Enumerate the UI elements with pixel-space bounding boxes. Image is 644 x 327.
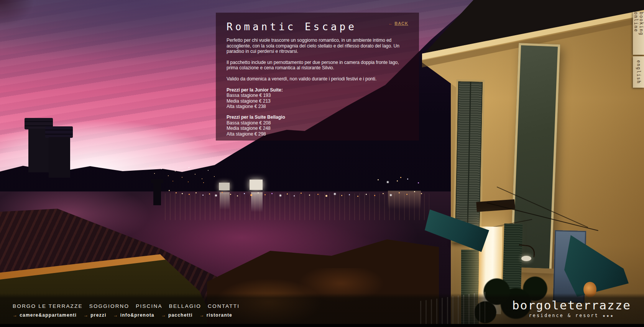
sub-navigation: →camere&appartamenti →prezzi →info&preno… — [13, 312, 232, 318]
price-row: Alta stagione € 298 — [227, 131, 408, 137]
price-row: Media stagione € 213 — [227, 98, 408, 104]
subnav-label[interactable]: ristorante — [207, 312, 232, 318]
nav-arrow-icon: → — [161, 312, 166, 318]
junior-suite-prices: Prezzi per la Junior Suite: Bassa stagio… — [227, 87, 408, 110]
subnav-label[interactable]: camere&appartamenti — [20, 312, 77, 318]
price-row: Alta stagione € 238 — [227, 104, 408, 110]
nav-arrow-icon: → — [13, 312, 18, 318]
logo-wordmark: borgoleterrazze — [512, 299, 631, 311]
reflection-streak — [220, 192, 230, 210]
page-title: Romantic Escape — [227, 21, 408, 33]
corner-shading — [0, 0, 34, 27]
lit-shore-building — [250, 180, 263, 190]
brand-logo: borgoleterrazze residence & resort ★★★ — [512, 299, 631, 318]
nav-arrow-icon: → — [113, 312, 118, 318]
nav-item-soggiorno[interactable]: SOGGIORNO — [89, 303, 130, 309]
price-row: Bassa stagione € 208 — [227, 120, 408, 126]
package-validity: Valido da domenica a venerdì, non valido… — [227, 76, 408, 82]
small-chimney — [153, 182, 161, 205]
main-navigation: BORGO LE TERRAZZE SOGGIORNO PISCINA BELL… — [13, 303, 240, 309]
chimney — [45, 126, 73, 138]
subnav-label[interactable]: pacchetti — [168, 312, 192, 318]
chimney — [49, 137, 70, 178]
package-description: Il pacchetto include un pernottamento pe… — [227, 60, 408, 71]
booking-online-tab[interactable]: booking online — [633, 12, 644, 55]
nav-arrow-icon: → — [84, 312, 89, 318]
price-row: Media stagione € 248 — [227, 126, 408, 131]
subnav-item-prezzi[interactable]: →prezzi — [84, 312, 106, 318]
subnav-item-pacchetti[interactable]: →pacchetti — [161, 312, 193, 318]
back-label: BACK — [394, 21, 408, 26]
footer-bar: BORGO LE TERRAZZE SOGGIORNO PISCINA BELL… — [0, 293, 644, 327]
package-panel: ←BACK Romantic Escape Perfetto per chi v… — [216, 13, 419, 141]
back-arrow-icon: ← — [388, 21, 393, 26]
junior-suite-heading: Prezzi per la Junior Suite: — [227, 87, 408, 93]
lit-shore-building — [219, 183, 230, 190]
english-tab[interactable]: english — [633, 56, 644, 88]
nav-item-bellagio[interactable]: BELLAGIO — [169, 303, 201, 309]
subnav-item-camere[interactable]: →camere&appartamenti — [13, 312, 77, 318]
nav-item-contatti[interactable]: CONTATTI — [208, 303, 240, 309]
nav-item-piscina[interactable]: PISCINA — [136, 303, 162, 309]
subnav-item-info-prenota[interactable]: →info&prenota — [113, 312, 154, 318]
subnav-label[interactable]: prezzi — [90, 312, 106, 318]
suite-bellagio-heading: Prezzi per la Suite Bellagio — [227, 114, 408, 120]
nav-item-borgo-le-terrazze[interactable]: BORGO LE TERRAZZE — [13, 303, 83, 309]
subnav-item-ristorante[interactable]: →ristorante — [199, 312, 232, 318]
bottom-strip — [0, 324, 644, 327]
reflection-streak — [251, 192, 263, 212]
shuttered-window — [453, 79, 485, 239]
page: ←BACK Romantic Escape Perfetto per chi v… — [0, 0, 644, 327]
price-row: Bassa stagione € 193 — [227, 93, 408, 98]
back-link[interactable]: ←BACK — [388, 21, 408, 26]
shoreline-lights — [169, 190, 170, 191]
hillside-lights — [150, 165, 150, 166]
package-description: Perfetto per chi vuole trascorre un sogg… — [227, 38, 408, 54]
lamp-glow — [521, 256, 531, 261]
suite-bellagio-prices: Prezzi per la Suite Bellagio Bassa stagi… — [227, 114, 408, 137]
reflection-streak — [388, 191, 421, 209]
logo-tagline: residence & resort ★★★ — [512, 313, 631, 318]
nav-arrow-icon: → — [199, 312, 204, 318]
subnav-label[interactable]: info&prenota — [120, 312, 154, 318]
